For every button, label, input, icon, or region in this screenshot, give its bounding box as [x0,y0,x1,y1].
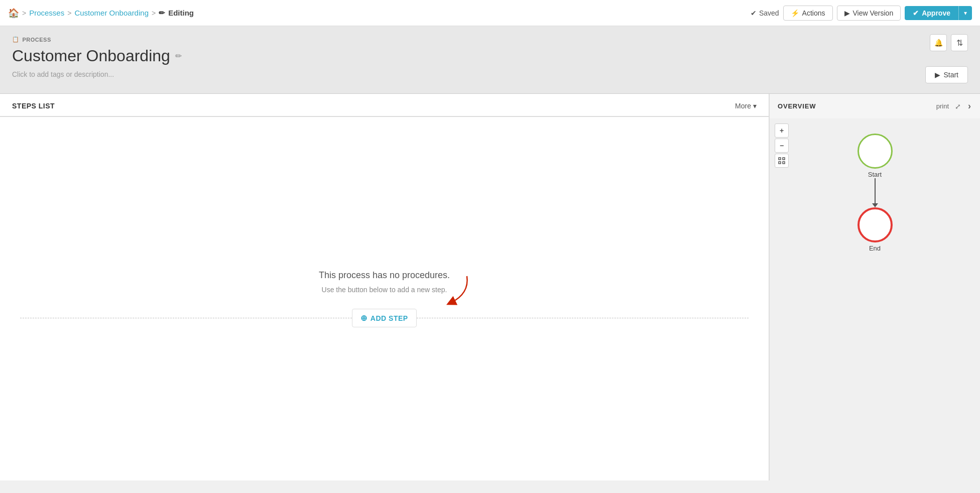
expand-button[interactable]: ⤢ [954,101,962,111]
saved-status: ✔ Saved [751,9,779,17]
sep3: > [152,9,156,17]
arrow-head [872,203,878,207]
svg-rect-0 [779,158,781,160]
print-button[interactable]: print [936,102,949,110]
editing-label: Editing [168,9,194,17]
process-type-text: PROCESS [23,37,51,43]
process-header: 🔔 ⇅ 📋 PROCESS Customer Onboarding ✏ Clic… [0,26,980,94]
saved-text: Saved [759,9,779,17]
add-step-label: ADD STEP [371,314,408,322]
steps-list-title: STEPS LIST [12,102,55,110]
steps-empty-state: This process has no procedures. Use the … [0,117,769,480]
notifications-button[interactable]: 🔔 [930,34,947,51]
overview-canvas: + − Start [770,118,980,480]
bell-icon: 🔔 [934,39,943,47]
flow-arrow [872,178,878,207]
start-node-group: Start [858,134,893,178]
process-title-row: Customer Onboarding ✏ [12,47,968,65]
start-node-label: Start [868,171,882,178]
steps-panel: STEPS LIST More ▾ This process has no pr… [0,94,769,480]
flow-diagram: Start End [770,118,980,252]
header-action-buttons: 🔔 ⇅ [930,34,968,51]
start-node [858,134,893,169]
steps-header: STEPS LIST More ▾ [0,94,769,117]
chevron-down-icon: ▾ [964,10,967,17]
main-content: STEPS LIST More ▾ This process has no pr… [0,94,980,480]
overview-title: OVERVIEW [778,102,816,110]
editing-breadcrumb: ✏ Editing [159,9,194,18]
approve-dropdown-button[interactable]: ▾ [958,6,972,20]
sort-button[interactable]: ⇅ [951,34,968,51]
fit-button[interactable] [775,154,789,168]
chevron-down-icon: ▾ [753,102,757,110]
end-node [858,207,893,242]
play-icon: ▶ [844,9,850,17]
start-label: Start [943,71,958,79]
add-step-button[interactable]: ⊕ ADD STEP [352,309,416,327]
process-type-label: 📋 PROCESS [12,36,968,43]
add-step-row: ⊕ ADD STEP [20,309,749,327]
zoom-out-button[interactable]: − [775,139,789,153]
zoom-in-button[interactable]: + [775,124,789,138]
empty-state-subtitle: Use the button below to add a new step. [322,286,447,294]
processes-link[interactable]: Processes [29,9,64,17]
svg-rect-3 [783,162,785,164]
pencil-icon: ✏ [159,9,165,18]
step-line-left [20,318,352,318]
process-title: Customer Onboarding [12,47,170,65]
sep1: > [22,9,26,17]
empty-state-title: This process has no procedures. [319,270,450,281]
topbar: 🏠 > Processes > Customer Onboarding > ✏ … [0,0,980,26]
start-process-button[interactable]: ▶ Start [925,66,968,83]
lightning-icon: ⚡ [791,9,799,17]
view-version-button[interactable]: ▶ View Version [837,6,901,21]
more-label: More [735,102,751,110]
step-line-right [417,318,749,318]
home-button[interactable]: 🏠 [8,8,19,19]
approve-button[interactable]: ✔ Approve [905,6,958,20]
process-description[interactable]: Click to add tags or description... [12,70,968,78]
title-edit-icon[interactable]: ✏ [175,51,182,61]
zoom-controls: + − [775,124,789,168]
approve-check-icon: ✔ [913,9,919,17]
plus-icon: ⊕ [360,313,368,323]
end-node-group: End [858,207,893,252]
overview-header: OVERVIEW print ⤢ › [770,94,980,118]
sep2: > [67,9,71,17]
onboarding-link[interactable]: Customer Onboarding [74,9,149,17]
overview-panel: OVERVIEW print ⤢ › + − [769,94,980,480]
end-node-label: End [869,244,881,252]
actions-label: Actions [802,9,825,17]
arrow-line [875,178,876,203]
next-button[interactable]: › [967,100,972,112]
svg-rect-1 [783,158,785,160]
actions-button[interactable]: ⚡ Actions [783,6,833,21]
approve-button-group: ✔ Approve ▾ [905,6,972,20]
approve-label: Approve [922,9,950,17]
topbar-actions: ✔ Saved ⚡ Actions ▶ View Version ✔ Appro… [751,6,972,21]
play-icon: ▶ [935,71,940,79]
more-button[interactable]: More ▾ [735,102,757,110]
overview-header-actions: print ⤢ › [936,100,972,112]
fit-icon-svg [778,157,785,164]
svg-rect-2 [779,162,781,164]
sort-icon: ⇅ [956,38,963,48]
process-icon: 📋 [12,36,20,43]
view-version-label: View Version [853,9,894,17]
breadcrumb: 🏠 > Processes > Customer Onboarding > ✏ … [8,8,748,19]
check-icon: ✔ [751,9,757,17]
